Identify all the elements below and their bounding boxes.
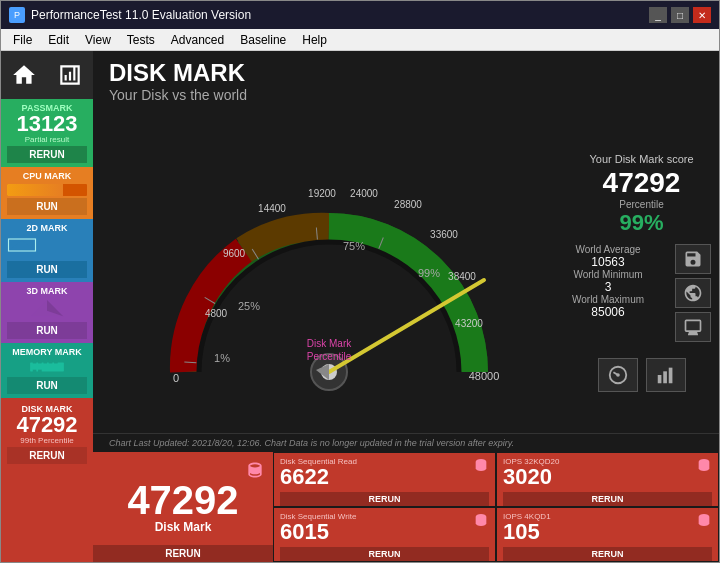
svg-rect-27 (668, 367, 672, 383)
threed-label: 3D MARK (7, 286, 87, 296)
sub-card-1-score: 6622 (280, 466, 357, 488)
sub-card-3-header: Disk Sequential Write 6015 (280, 512, 489, 543)
twod-label: 2D MARK (7, 223, 87, 233)
gauge-label-19200: 19200 (308, 188, 336, 199)
percentile-value: 99% (572, 210, 711, 236)
title-bar-controls: _ □ ✕ (649, 7, 711, 23)
sub-card-4-header: IOPS 4KQD1 105 (503, 512, 712, 543)
disk-card-icon (245, 460, 265, 484)
chart-icon-btn[interactable] (47, 55, 93, 95)
close-button[interactable]: ✕ (693, 7, 711, 23)
globe-icon-btn[interactable] (675, 278, 711, 308)
globe-icon (683, 283, 703, 303)
gauge-percentile-label-2: Percentile (306, 351, 351, 362)
disk-score: 47292 (7, 414, 87, 436)
gauge-label-28800: 28800 (394, 199, 422, 210)
sub-card-2-rerun-btn[interactable]: RERUN (503, 492, 712, 506)
gauge-label-9600: 9600 (222, 248, 245, 259)
disk-rerun-btn[interactable]: RERUN (7, 447, 87, 464)
passmark-sub: Partial result (7, 135, 87, 144)
nav-icons (1, 51, 93, 99)
cpu-section[interactable]: CPU MARK RUN (1, 167, 93, 219)
gauge-container: 0 4800 9600 14400 19200 24000 (93, 132, 564, 412)
panel-body: 0 4800 9600 14400 19200 24000 (93, 111, 719, 562)
main-content: PASSMARK 13123 Partial result RERUN CPU … (1, 51, 719, 562)
sub-card-3-rerun-btn[interactable]: RERUN (280, 547, 489, 561)
monitor-icon-btn[interactable] (675, 312, 711, 342)
sub-card-4-content: IOPS 4KQD1 105 (503, 512, 551, 543)
svg-rect-10 (33, 370, 37, 373)
menu-help[interactable]: Help (294, 31, 335, 49)
sub-card-1-content: Disk Sequential Read 6622 (280, 457, 357, 488)
memory-section[interactable]: MEMORY MARK RUN (1, 343, 93, 398)
bottom-cards: 47292 Disk Mark RERUN Disk Sequential Re… (93, 452, 719, 562)
sub-card-seq-write: Disk Sequential Write 6015 RERUN (273, 507, 496, 562)
gauge-label-38400: 38400 (448, 271, 476, 282)
gauge-view-icon (607, 364, 629, 386)
gauge-svg: 0 4800 9600 14400 19200 24000 (144, 132, 514, 412)
iops-4k-icon (696, 512, 712, 528)
seq-write-icon (473, 512, 489, 528)
main-disk-card: 47292 Disk Mark RERUN (93, 452, 273, 562)
menu-file[interactable]: File (5, 31, 40, 49)
home-icon-btn[interactable] (1, 55, 47, 95)
memory-run-btn[interactable]: RUN (7, 377, 87, 394)
disk-section[interactable]: DISK MARK 47292 99th Percentile RERUN (1, 398, 93, 562)
passmark-section[interactable]: PASSMARK 13123 Partial result RERUN (1, 99, 93, 167)
seq-read-icon (473, 457, 489, 473)
threed-run-btn[interactable]: RUN (7, 322, 87, 339)
menu-view[interactable]: View (77, 31, 119, 49)
minimize-button[interactable]: _ (649, 7, 667, 23)
bar-chart-icon-btn[interactable] (646, 358, 686, 392)
gauge-section: 0 4800 9600 14400 19200 24000 (93, 111, 719, 433)
panel-subtitle: Your Disk vs the world (109, 87, 703, 103)
iops-32k-icon (696, 457, 712, 473)
twod-section[interactable]: 2D MARK RUN (1, 219, 93, 282)
menu-baseline[interactable]: Baseline (232, 31, 294, 49)
sub-card-3-content: Disk Sequential Write 6015 (280, 512, 356, 543)
score-title: Your Disk Mark score (572, 153, 711, 165)
main-card-score: 47292 (127, 480, 238, 520)
world-stats: World Average 10563 World Minimum 3 Worl… (572, 244, 644, 319)
svg-rect-8 (49, 361, 53, 364)
chart-note: Chart Last Updated: 2021/8/20, 12:06. Ch… (93, 433, 719, 452)
menu-advanced[interactable]: Advanced (163, 31, 232, 49)
world-min-label: World Minimum (572, 269, 644, 280)
svg-point-24 (616, 373, 620, 377)
world-max-value: 85006 (572, 305, 644, 319)
bar-chart-icon (655, 364, 677, 386)
cpu-label: CPU MARK (7, 171, 87, 181)
twod-icon (7, 235, 37, 255)
gauge-label-48000: 48000 (468, 370, 499, 382)
title-bar-text: PerformanceTest 11.0 Evaluation Version (31, 8, 251, 22)
svg-rect-9 (54, 361, 58, 364)
sub-card-1-header: Disk Sequential Read 6622 (280, 457, 489, 488)
main-card-rerun-btn[interactable]: RERUN (93, 545, 273, 562)
passmark-rerun-btn[interactable]: RERUN (7, 146, 87, 163)
memory-icon (27, 359, 67, 375)
sub-card-iops-32k: IOPS 32KQD20 3020 RERUN (496, 452, 719, 507)
world-avg-label: World Average (572, 244, 644, 255)
menu-tests[interactable]: Tests (119, 31, 163, 49)
sub-card-1-rerun-btn[interactable]: RERUN (280, 492, 489, 506)
save-icon (683, 249, 703, 269)
svg-rect-26 (663, 371, 667, 383)
svg-rect-11 (38, 370, 42, 373)
maximize-button[interactable]: □ (671, 7, 689, 23)
cpu-run-btn[interactable]: RUN (7, 198, 87, 215)
svg-rect-5 (33, 361, 37, 364)
panel-title: DISK MARK (109, 59, 703, 87)
gauge-marker-99: 99% (417, 267, 439, 279)
world-avg-value: 10563 (572, 255, 644, 269)
save-icon-btn[interactable] (675, 244, 711, 274)
threed-icon (29, 298, 65, 320)
threed-section[interactable]: 3D MARK RUN (1, 282, 93, 343)
sub-card-4-rerun-btn[interactable]: RERUN (503, 547, 712, 561)
home-icon (11, 62, 37, 88)
menu-edit[interactable]: Edit (40, 31, 77, 49)
cpu-bar (7, 184, 87, 196)
sub-card-iops-4k: IOPS 4KQD1 105 RERUN (496, 507, 719, 562)
twod-run-btn[interactable]: RUN (7, 261, 87, 278)
panel-header: DISK MARK Your Disk vs the world (93, 51, 719, 111)
gauge-view-icon-btn[interactable] (598, 358, 638, 392)
